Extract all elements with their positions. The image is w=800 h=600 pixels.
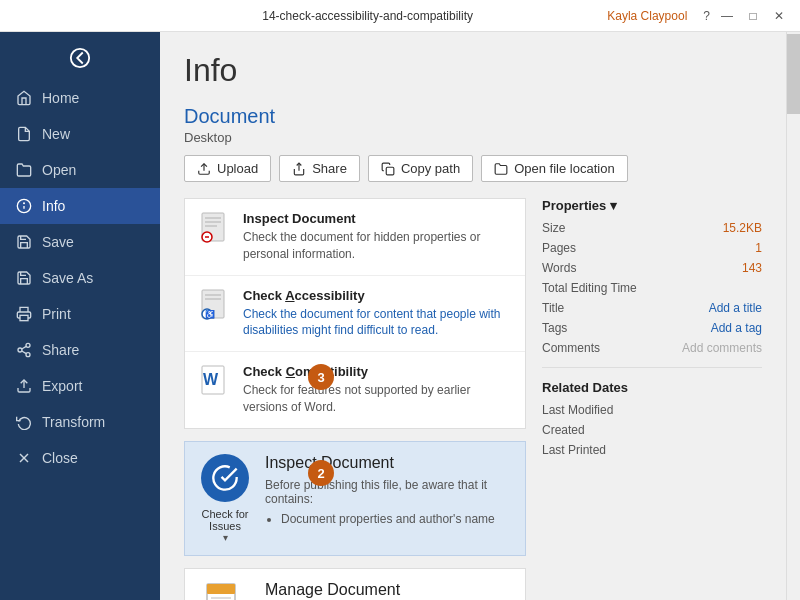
- help-button[interactable]: ?: [703, 9, 710, 23]
- page-title: Info: [184, 52, 762, 89]
- content-area: Info Document Desktop Upload: [160, 32, 800, 600]
- check-issues-icon-area: Check for Issues ▾: [185, 442, 265, 555]
- check-accessibility-text: Check Accessibility Check the document f…: [243, 288, 511, 340]
- sidebar-label-open: Open: [42, 162, 76, 178]
- svg-point-5: [26, 343, 30, 347]
- open-location-icon: [494, 162, 508, 176]
- maximize-button[interactable]: □: [740, 5, 766, 27]
- copy-path-button[interactable]: Copy path: [368, 155, 473, 182]
- sidebar-label-new: New: [42, 126, 70, 142]
- share-button[interactable]: Share: [279, 155, 360, 182]
- check-compatibility-option[interactable]: W Check Compatibility Check for features…: [185, 352, 525, 428]
- open-file-location-button[interactable]: Open file location: [481, 155, 627, 182]
- svg-point-0: [71, 49, 89, 67]
- sidebar-item-new[interactable]: New: [0, 116, 160, 152]
- manage-document-panel: Manage Document ▾ Manage Document: [184, 568, 526, 600]
- sidebar-label-transform: Transform: [42, 414, 105, 430]
- sidebar-item-save-as[interactable]: Save As: [0, 260, 160, 296]
- check-accessibility-option[interactable]: ♿ Check Accessibility Check the document…: [185, 276, 525, 353]
- back-button[interactable]: [0, 36, 160, 80]
- svg-rect-31: [211, 597, 231, 599]
- prop-row-tags: Tags Add a tag: [542, 321, 762, 335]
- related-dates-heading: Related Dates: [542, 380, 762, 395]
- title-bar-title: 14-check-accessibility-and-compatibility: [128, 9, 607, 23]
- sidebar-label-save-as: Save As: [42, 270, 93, 286]
- badge-3: 3: [308, 364, 334, 390]
- sidebar-label-print: Print: [42, 306, 71, 322]
- inspect-document-desc: Check the document for hidden properties…: [243, 229, 511, 263]
- svg-rect-23: [205, 294, 221, 296]
- sidebar-label-save: Save: [42, 234, 74, 250]
- sidebar-label-close: Close: [42, 450, 78, 466]
- inspect-document-icon: [199, 211, 231, 247]
- date-row-printed: Last Printed: [542, 443, 762, 457]
- sidebar-item-close[interactable]: Close: [0, 440, 160, 476]
- svg-rect-18: [205, 221, 221, 223]
- inspect-options: Inspect Document Check the document for …: [184, 198, 526, 429]
- inspect-document-title: Inspect Document: [243, 211, 511, 226]
- svg-point-7: [26, 353, 30, 357]
- prop-row-pages: Pages 1: [542, 241, 762, 255]
- sidebar-item-share[interactable]: Share: [0, 332, 160, 368]
- close-window-button[interactable]: ✕: [766, 5, 792, 27]
- manage-document-content: Manage Document There are no unsaved cha…: [265, 569, 525, 600]
- check-accessibility-desc: Check the document for content that peop…: [243, 306, 511, 340]
- copy-path-icon: [381, 162, 395, 176]
- inspect-document-option[interactable]: Inspect Document Check the document for …: [185, 199, 525, 276]
- svg-rect-17: [205, 217, 221, 219]
- share-icon: [292, 162, 306, 176]
- sidebar-item-transform[interactable]: Transform: [0, 404, 160, 440]
- manage-document-icon-area: Manage Document ▾: [185, 569, 265, 600]
- scroll-thumb[interactable]: [787, 34, 800, 114]
- sidebar-item-export[interactable]: Export: [0, 368, 160, 404]
- sidebar-label-info: Info: [42, 198, 65, 214]
- check-issues-heading: Inspect Document: [265, 454, 513, 472]
- svg-text:♿: ♿: [205, 309, 215, 319]
- svg-line-8: [22, 351, 27, 354]
- sidebar-label-share: Share: [42, 342, 79, 358]
- svg-rect-24: [205, 298, 221, 300]
- prop-row-words: Words 143: [542, 261, 762, 275]
- right-column: Properties ▾ Size 15.2KB Pages 1: [542, 198, 762, 600]
- scroll-track[interactable]: [786, 32, 800, 600]
- check-issues-list: Document properties and author's name: [265, 512, 513, 526]
- sidebar: Home New Open Info: [0, 32, 160, 600]
- title-bar: 14-check-accessibility-and-compatibility…: [0, 0, 800, 32]
- check-accessibility-title: Check Accessibility: [243, 288, 511, 303]
- prop-row-size: Size 15.2KB: [542, 221, 762, 235]
- doc-location: Desktop: [184, 130, 762, 145]
- manage-document-heading: Manage Document: [265, 581, 513, 599]
- upload-button[interactable]: Upload: [184, 155, 271, 182]
- sidebar-item-home[interactable]: Home: [0, 80, 160, 116]
- svg-rect-4: [20, 315, 28, 320]
- badge-2: 2: [308, 460, 334, 486]
- prop-row-title: Title Add a title: [542, 301, 762, 315]
- check-issues-description: Before publishing this file, be aware th…: [265, 478, 513, 506]
- check-issues-content: Inspect Document Before publishing this …: [265, 442, 525, 538]
- prop-row-editing-time: Total Editing Time: [542, 281, 762, 295]
- svg-rect-15: [386, 167, 394, 175]
- toolbar: Upload Share: [184, 155, 762, 182]
- svg-rect-19: [205, 225, 217, 227]
- title-bar-user: Kayla Claypool: [607, 9, 687, 23]
- minimize-button[interactable]: —: [714, 5, 740, 27]
- svg-line-9: [22, 346, 27, 349]
- check-compatibility-icon: W: [199, 364, 231, 400]
- properties-heading: Properties ▾: [542, 198, 762, 213]
- manage-document-icon: [205, 583, 245, 600]
- prop-row-comments: Comments Add comments: [542, 341, 762, 355]
- copy-path-label: Copy path: [401, 161, 460, 176]
- sidebar-item-open[interactable]: Open: [0, 152, 160, 188]
- check-accessibility-icon: ♿: [199, 288, 231, 324]
- sidebar-label-export: Export: [42, 378, 82, 394]
- check-issues-circle: [201, 454, 249, 502]
- sidebar-item-info[interactable]: Info: [0, 188, 160, 224]
- open-file-location-label: Open file location: [514, 161, 614, 176]
- svg-point-6: [18, 348, 22, 352]
- sidebar-item-save[interactable]: Save: [0, 224, 160, 260]
- sidebar-item-print[interactable]: Print: [0, 296, 160, 332]
- svg-rect-30: [207, 584, 235, 594]
- left-column: Inspect Document Check the document for …: [184, 198, 526, 600]
- doc-heading: Document: [184, 105, 762, 128]
- svg-text:W: W: [203, 371, 219, 388]
